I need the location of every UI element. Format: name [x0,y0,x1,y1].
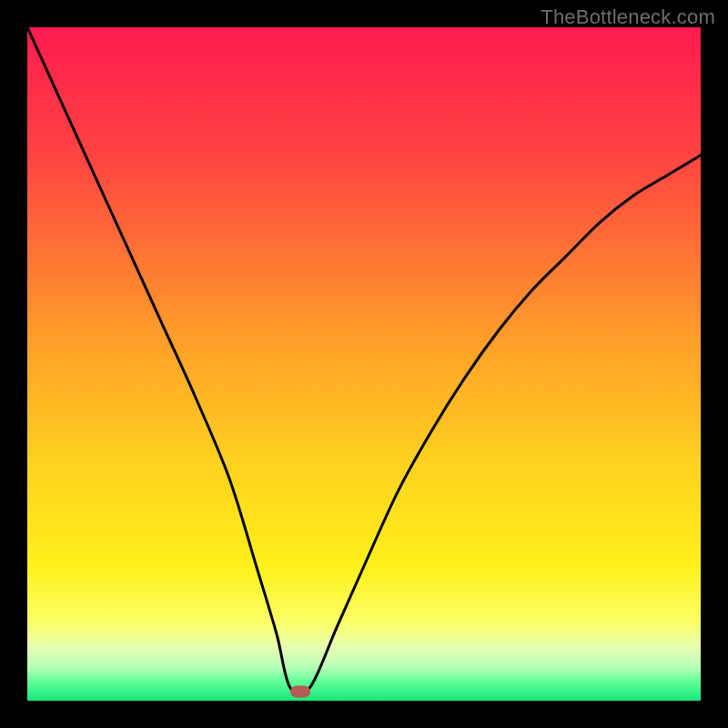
optimal-marker [290,685,310,697]
plot-area [27,27,701,701]
chart-frame: TheBottleneck.com [0,0,728,728]
bottleneck-curve [27,27,701,701]
watermark-text: TheBottleneck.com [541,5,715,29]
